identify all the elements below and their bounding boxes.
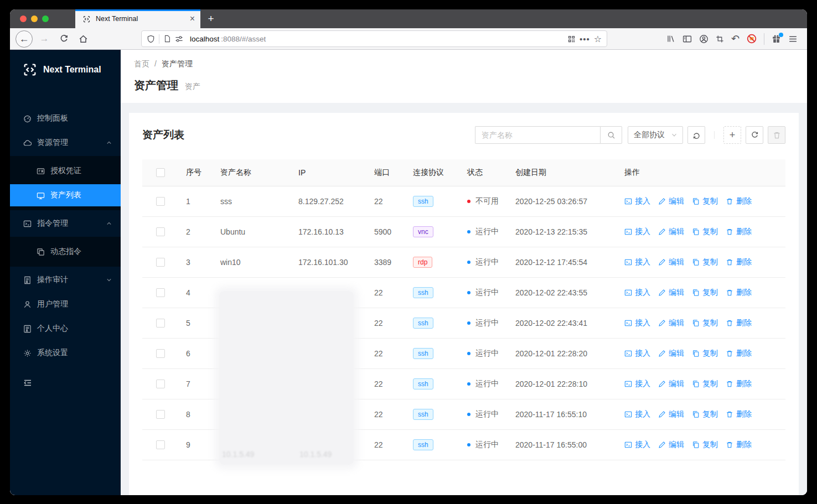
status-dot-icon <box>467 413 470 416</box>
action-access[interactable]: 接入 <box>624 288 650 298</box>
action-access[interactable]: 接入 <box>624 379 650 389</box>
asset-name-search-input[interactable] <box>475 126 600 144</box>
row-checkbox[interactable] <box>156 258 165 267</box>
action-access[interactable]: 接入 <box>624 227 650 237</box>
undo-icon[interactable]: ↶ <box>731 34 740 44</box>
protocol-filter-select[interactable]: 全部协议 <box>628 126 683 144</box>
action-access[interactable]: 接入 <box>624 318 650 328</box>
row-checkbox[interactable] <box>156 380 165 388</box>
sidebar-item-dynamic-commands[interactable]: 动态指令 <box>10 241 121 263</box>
minimize-window-button[interactable] <box>31 15 38 22</box>
action-copy[interactable]: 复制 <box>692 379 718 389</box>
zoom-window-button[interactable] <box>42 15 49 22</box>
table-controls: 全部协议 + <box>475 126 785 144</box>
cell-num: 6 <box>177 339 211 369</box>
action-edit[interactable]: 编辑 <box>658 288 684 298</box>
action-copy[interactable]: 复制 <box>692 227 718 237</box>
row-checkbox[interactable] <box>156 288 165 297</box>
page-info-icon[interactable] <box>163 35 171 43</box>
action-copy[interactable]: 复制 <box>692 440 718 450</box>
action-copy[interactable]: 复制 <box>692 409 718 419</box>
sidebar-item-dashboard[interactable]: 控制面板 <box>10 107 121 129</box>
url-bar[interactable]: localhost:8088/#/asset ••• ☆ <box>141 30 607 47</box>
action-delete[interactable]: 删除 <box>726 440 752 450</box>
sidebar-item-resources[interactable]: 资源管理 <box>10 132 121 154</box>
status-dot-icon <box>467 261 470 264</box>
home-button[interactable] <box>75 31 91 46</box>
gift-extension-icon[interactable] <box>772 34 781 44</box>
refresh-button[interactable] <box>746 126 763 144</box>
redacted-faint-name: 10.1.5.49 <box>222 450 254 459</box>
action-delete[interactable]: 删除 <box>726 379 752 389</box>
sidebars-icon[interactable] <box>682 34 692 44</box>
sidebar-item-users[interactable]: 用户管理 <box>10 293 121 315</box>
page-subtitle: 资产 <box>185 82 200 92</box>
add-asset-button[interactable]: + <box>723 126 741 144</box>
library-icon[interactable] <box>666 34 675 43</box>
action-edit[interactable]: 编辑 <box>658 318 684 328</box>
row-checkbox[interactable] <box>156 349 165 358</box>
action-delete[interactable]: 删除 <box>726 318 752 328</box>
action-access[interactable]: 接入 <box>624 349 650 358</box>
action-delete[interactable]: 删除 <box>726 257 752 267</box>
row-checkbox[interactable] <box>156 319 165 328</box>
close-window-button[interactable] <box>20 15 27 22</box>
delete-selected-button[interactable] <box>768 126 785 144</box>
action-edit[interactable]: 编辑 <box>658 409 684 419</box>
page-actions-icon[interactable]: ••• <box>580 34 590 44</box>
reload-button[interactable] <box>56 31 71 46</box>
sidebar-item-settings[interactable]: 系统设置 <box>10 342 121 364</box>
action-edit[interactable]: 编辑 <box>658 257 684 267</box>
status-badge: 不可用 <box>467 196 498 206</box>
action-copy[interactable]: 复制 <box>692 257 718 267</box>
action-access[interactable]: 接入 <box>624 257 650 267</box>
action-delete[interactable]: 删除 <box>726 196 752 206</box>
search-icon[interactable] <box>600 126 622 144</box>
row-checkbox[interactable] <box>156 227 165 236</box>
sidebar-item-asset-list[interactable]: 资产列表 <box>10 184 121 206</box>
action-delete[interactable]: 删除 <box>726 288 752 298</box>
action-edit[interactable]: 编辑 <box>658 379 684 389</box>
new-tab-button[interactable]: + <box>200 9 221 28</box>
row-checkbox[interactable] <box>156 440 165 449</box>
action-copy[interactable]: 复制 <box>692 288 718 298</box>
breadcrumb-home-link[interactable]: 首页 <box>134 59 149 69</box>
sidebar-collapse-icon[interactable] <box>23 378 121 387</box>
row-checkbox[interactable] <box>156 410 165 419</box>
sidebar-item-credentials[interactable]: 授权凭证 <box>10 160 121 182</box>
tracking-shield-icon[interactable] <box>147 35 155 43</box>
action-copy[interactable]: 复制 <box>692 196 718 206</box>
tab-close-icon[interactable]: × <box>190 14 195 23</box>
permissions-toggles-icon[interactable] <box>175 35 183 43</box>
action-edit[interactable]: 编辑 <box>658 227 684 237</box>
sidebar-item-audit[interactable]: 操作审计 <box>10 269 121 291</box>
delete-icon <box>726 258 733 266</box>
account-icon[interactable] <box>699 34 709 44</box>
bookmark-star-icon[interactable]: ☆ <box>594 34 602 44</box>
browser-tab[interactable]: Next Terminal × <box>75 9 200 28</box>
sidebar-item-profile[interactable]: 个人中心 <box>10 318 121 340</box>
action-access[interactable]: 接入 <box>624 196 650 206</box>
action-edit[interactable]: 编辑 <box>658 349 684 358</box>
cell-ip: 172.16.101.30 <box>289 247 365 278</box>
action-copy[interactable]: 复制 <box>692 349 718 358</box>
action-copy[interactable]: 复制 <box>692 318 718 328</box>
action-edit[interactable]: 编辑 <box>658 440 684 450</box>
hamburger-menu-icon[interactable] <box>788 34 798 44</box>
select-all-checkbox[interactable] <box>156 168 165 177</box>
sidebar-item-commands[interactable]: 指令管理 <box>10 212 121 235</box>
back-button[interactable]: ← <box>15 30 33 48</box>
undo-sync-button[interactable] <box>687 126 705 144</box>
action-delete[interactable]: 删除 <box>726 227 752 237</box>
row-checkbox[interactable] <box>156 197 165 206</box>
action-delete[interactable]: 删除 <box>726 409 752 419</box>
action-access[interactable]: 接入 <box>624 409 650 419</box>
qr-code-icon[interactable] <box>567 35 576 43</box>
blocked-extension-icon[interactable] <box>747 34 757 44</box>
privacy-blur-overlay: 10.1.5.49 10.1.5.49 <box>219 291 354 465</box>
forward-button[interactable]: → <box>37 31 52 46</box>
action-delete[interactable]: 删除 <box>726 349 752 358</box>
screenshot-icon[interactable] <box>716 35 724 43</box>
action-edit[interactable]: 编辑 <box>658 196 684 206</box>
action-access[interactable]: 接入 <box>624 440 650 450</box>
